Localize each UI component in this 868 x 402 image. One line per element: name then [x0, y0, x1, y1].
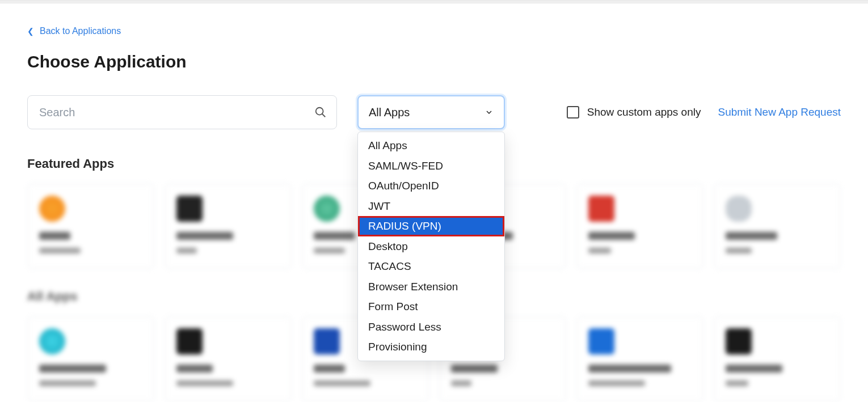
dropdown-option[interactable]: Desktop: [358, 236, 504, 257]
checkbox-icon: [567, 106, 579, 119]
app-card: [714, 316, 841, 401]
app-card: [714, 184, 841, 269]
app-type-dropdown: All Apps All AppsSAML/WS-FEDOAuth/OpenID…: [357, 95, 505, 129]
dropdown-option[interactable]: JWT: [358, 196, 504, 217]
right-controls: Show custom apps only Submit New App Req…: [567, 106, 841, 119]
search-field-wrap: [27, 95, 337, 129]
checkbox-label: Show custom apps only: [587, 106, 701, 119]
dropdown-option[interactable]: Password Less: [358, 317, 504, 337]
app-card: [165, 184, 292, 269]
dropdown-option[interactable]: All Apps: [358, 136, 504, 156]
app-card: [27, 316, 154, 401]
submit-new-app-link[interactable]: Submit New App Request: [718, 106, 841, 119]
show-custom-apps-checkbox[interactable]: Show custom apps only: [567, 106, 701, 119]
dropdown-option[interactable]: OAuth/OpenID: [358, 176, 504, 196]
back-to-applications-link[interactable]: ❮ Back to Applications: [27, 26, 121, 36]
dropdown-option[interactable]: Provisioning: [358, 337, 504, 357]
dropdown-option[interactable]: RADIUS (VPN): [358, 216, 504, 236]
app-card: [27, 184, 154, 269]
app-card: [165, 316, 292, 401]
app-card: [576, 184, 703, 269]
dropdown-option[interactable]: TACACS: [358, 256, 504, 277]
dropdown-option[interactable]: Browser Extension: [358, 277, 504, 297]
svg-line-1: [322, 114, 326, 117]
search-input[interactable]: [27, 95, 337, 129]
chevron-down-icon: [484, 108, 494, 117]
dropdown-toggle[interactable]: All Apps: [357, 95, 505, 129]
dropdown-option[interactable]: SAML/WS-FED: [358, 156, 504, 176]
app-card: [576, 316, 703, 401]
search-icon: [314, 106, 327, 119]
dropdown-menu: All AppsSAML/WS-FEDOAuth/OpenIDJWTRADIUS…: [357, 132, 505, 361]
page-title: Choose Application: [27, 52, 841, 71]
controls-row: All Apps All AppsSAML/WS-FEDOAuth/OpenID…: [27, 95, 841, 129]
dropdown-option[interactable]: Form Post: [358, 297, 504, 317]
chevron-left-icon: ❮: [27, 27, 34, 35]
page-content: ❮ Back to Applications Choose Applicatio…: [0, 3, 868, 401]
svg-point-0: [316, 108, 323, 115]
dropdown-selected-label: All Apps: [369, 106, 410, 119]
back-link-label: Back to Applications: [40, 26, 121, 36]
